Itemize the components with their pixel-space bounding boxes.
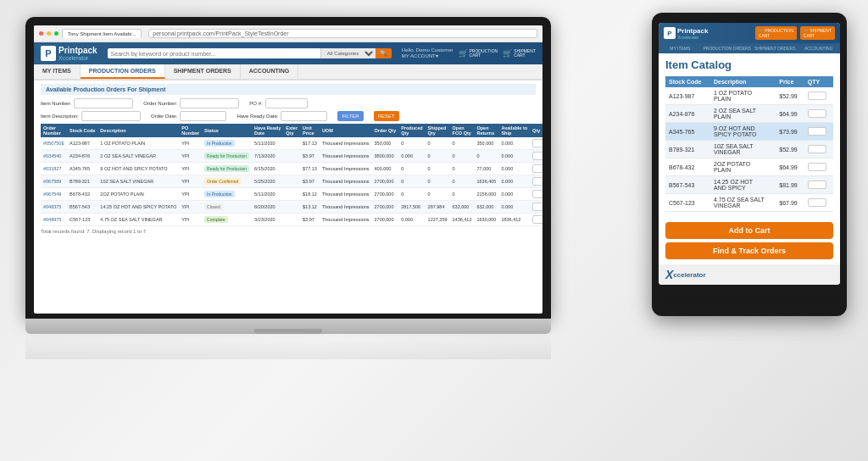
cell-order: #034540 (41, 150, 67, 163)
order-link[interactable]: #034540 (43, 153, 61, 158)
qty-field[interactable] (532, 152, 542, 160)
t-cell-desc: 2 OZ SEA SALTPLAIN (710, 105, 776, 123)
window-maximize-dot[interactable] (54, 31, 58, 36)
cell-date: 5/11/2020 (252, 188, 283, 201)
search-bar: All Categories 🔍 (108, 48, 392, 58)
search-button[interactable]: 🔍 (376, 48, 392, 58)
cell-produced: 0 (398, 175, 425, 188)
nav-my-items[interactable]: MY ITEMS (34, 64, 81, 79)
nav-accounting[interactable]: ACCOUNTING (241, 64, 298, 79)
tablet-footer: X ccelerator (659, 264, 840, 285)
search-input[interactable] (108, 48, 320, 58)
t-cell-price: $64.99 (776, 158, 804, 176)
cell-price: $3.97 (300, 150, 320, 163)
tablet-nav-my-items[interactable]: MY ITEMS (659, 43, 702, 53)
qty-field[interactable] (532, 215, 542, 224)
logo: P Printpack Xccelerator (41, 46, 97, 61)
t-cell-qty[interactable] (804, 87, 833, 105)
browser-tab[interactable]: Tony Shipment Item Availabi... (62, 29, 142, 38)
account-link[interactable]: MY ACCOUNT▾ (402, 53, 453, 59)
t-cell-qty[interactable] (804, 141, 833, 158)
t-cell-qty[interactable] (804, 194, 833, 212)
status-badge: Ready for Production (204, 165, 249, 172)
t-qty-input[interactable] (808, 127, 826, 136)
order-date-input[interactable] (180, 111, 226, 121)
shipment-cart-icon: 🛒 (503, 49, 512, 58)
find-track-button[interactable]: Find & Track Orders (665, 242, 833, 259)
t-cell-qty[interactable] (804, 176, 833, 194)
cell-qty-input[interactable] (530, 137, 542, 150)
qty-field[interactable] (532, 177, 542, 186)
item-desc-input[interactable] (81, 111, 141, 121)
t-qty-input[interactable] (808, 198, 826, 207)
order-link[interactable]: #067589 (43, 179, 61, 184)
cell-status: In Production (202, 188, 252, 201)
window-close-dot[interactable] (39, 31, 43, 36)
content-area: Available Production Orders For Shipment… (34, 81, 542, 237)
col-exter: ExterQty (283, 124, 300, 137)
po-input[interactable] (265, 98, 308, 108)
cell-po: YPI (179, 201, 202, 214)
t-qty-input[interactable] (808, 181, 826, 189)
t-cell-qty[interactable] (804, 105, 833, 123)
window-minimize-dot[interactable] (47, 31, 51, 36)
col-avail: Available toShip (498, 124, 530, 137)
t-cell-desc: 4.75 OZ SEA SALTVINEGAR (710, 194, 776, 212)
col-description: Description (97, 124, 179, 137)
tablet-production-cart[interactable]: 🛒 PRODUCTIONCART (755, 26, 797, 40)
order-link[interactable]: #048375 (43, 204, 61, 209)
cell-qty-input[interactable] (530, 163, 542, 175)
filter-button[interactable]: FILTER (337, 111, 363, 121)
tablet-nav-accounting[interactable]: ACCOUNTING (797, 43, 840, 53)
t-qty-input[interactable] (808, 109, 826, 118)
order-link[interactable]: #031827 (43, 166, 61, 171)
tablet-shipment-cart[interactable]: 🛒 SHIPMENTCART (800, 26, 835, 40)
reset-button[interactable]: RESET (374, 111, 399, 121)
cell-shipped: 0 (426, 150, 450, 163)
table-row: #050750E A123-987 1 OZ POTATO PLAIN YPI … (41, 137, 542, 150)
cell-order-qty: 400,000 (372, 163, 399, 175)
tablet-nav-shipment[interactable]: SHIPMENT ORDERS (753, 43, 798, 53)
category-select[interactable]: All Categories (320, 48, 376, 58)
have-ready-input[interactable] (281, 111, 327, 121)
order-number-input[interactable] (180, 98, 239, 108)
cell-open-returns: 0 (474, 150, 498, 163)
col-produced: ProducedQty (398, 124, 425, 137)
nav-production-orders[interactable]: PRODUCTION ORDERS (81, 64, 165, 79)
t-col-qty: QTY (804, 76, 833, 87)
qty-field[interactable] (532, 164, 542, 173)
t-cell-qty[interactable] (804, 123, 833, 141)
tablet-nav-production[interactable]: PRODUCTION ORDERS (702, 43, 753, 53)
t-cell-qty[interactable] (804, 158, 833, 176)
cell-open-fco: 0 (450, 137, 475, 150)
cell-qty-input[interactable] (530, 201, 542, 214)
production-cart[interactable]: 🛒 PRODUCTIONCART (459, 49, 498, 58)
nav-shipment-orders[interactable]: SHIPMENT ORDERS (165, 64, 241, 79)
cell-qty-input[interactable] (530, 188, 542, 201)
url-bar[interactable]: personal.printpack.com/PrintPack_StyleTe… (148, 29, 537, 38)
cell-stock: B678-432 (67, 188, 97, 201)
order-link[interactable]: #067549 (43, 192, 61, 197)
cell-qty-input[interactable] (530, 175, 542, 188)
t-qty-input[interactable] (808, 92, 826, 100)
t-qty-input[interactable] (808, 163, 826, 171)
qty-field[interactable] (532, 139, 542, 147)
status-badge: In Production (204, 140, 234, 147)
cell-qty-input[interactable] (530, 150, 542, 163)
app-header: P Printpack Xccelerator All Categories 🔍 (34, 42, 542, 64)
order-link[interactable]: #050750E (43, 141, 64, 146)
qty-field[interactable] (532, 190, 542, 198)
shipment-cart[interactable]: 🛒 SHIPMENTCART (503, 49, 536, 58)
cell-qty-input[interactable] (530, 214, 542, 226)
cell-price: $3.97 (300, 214, 320, 226)
t-qty-input[interactable] (808, 145, 826, 153)
header-right: Hello, Demo Customer MY ACCOUNT▾ 🛒 PRODU… (402, 47, 536, 59)
account-info: Hello, Demo Customer MY ACCOUNT▾ (402, 47, 453, 59)
table-row: #067549 B678-432 2OZ POTATO PLAIN YPI In… (41, 188, 542, 201)
order-link[interactable]: #048975 (43, 217, 61, 222)
item-number-input[interactable] (74, 98, 133, 108)
add-to-cart-button[interactable]: Add to Cart (665, 222, 833, 239)
qty-field[interactable] (532, 203, 542, 211)
table-row: #067589 B789-321 10Z SEA SALT VINEGAR YP… (41, 175, 542, 188)
production-cart-label: PRODUCTIONCART (470, 49, 498, 58)
